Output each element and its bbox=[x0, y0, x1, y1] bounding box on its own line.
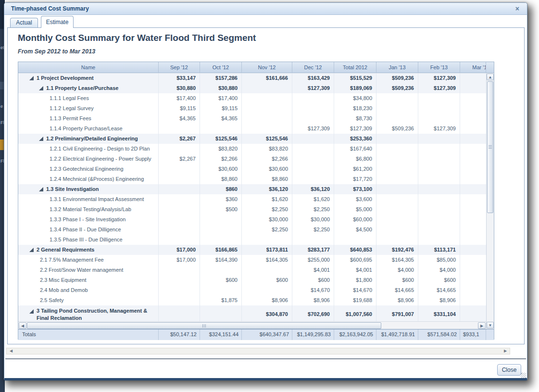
cell-value: $18,230 bbox=[334, 103, 376, 114]
grid-horizontal-scrollbar[interactable]: ◀ ▶ bbox=[18, 321, 486, 329]
cell-value bbox=[200, 305, 242, 321]
cell-value: $36,120 bbox=[292, 184, 334, 194]
tree-expand-icon[interactable] bbox=[29, 309, 34, 314]
scroll-right-button[interactable]: ▶ bbox=[478, 322, 486, 329]
table-row[interactable]: 1.3.1 Environmental Impact Assessment$36… bbox=[18, 194, 486, 204]
table-row[interactable]: 1.3.3 Phase I - Site Investigation$30,00… bbox=[18, 215, 486, 225]
cell-value bbox=[242, 285, 292, 295]
table-row[interactable]: 1.3.2 Material Testing/Analysis/Lab$500$… bbox=[18, 204, 486, 215]
table-row[interactable]: 1.1 Property Lease/Purchase$30,880$30,88… bbox=[18, 83, 486, 93]
totals-corner bbox=[486, 329, 494, 340]
row-name-label: 1 Project Development bbox=[37, 73, 94, 83]
table-row[interactable]: 1 Project Development$33,147$157,286$161… bbox=[18, 73, 486, 83]
cell-value bbox=[292, 164, 334, 174]
cell-value bbox=[460, 225, 486, 235]
cell-value: $9,115 bbox=[159, 103, 200, 114]
column-header[interactable]: Jan '13 bbox=[376, 62, 418, 73]
cell-name: 1.1 Property Lease/Purchase bbox=[18, 83, 159, 93]
cell-value bbox=[418, 194, 460, 204]
close-button[interactable]: Close bbox=[497, 364, 521, 376]
table-row[interactable]: 1.1.1 Legal Fees$17,400$17,400$34,800 bbox=[18, 93, 486, 103]
cell-value: $125,546 bbox=[200, 134, 242, 144]
table-row[interactable]: 1.2.1 Civil Engineering - Design to 2D P… bbox=[18, 144, 486, 154]
cell-value bbox=[292, 174, 334, 184]
table-row[interactable]: 2 General Requirments$17,000$166,865$173… bbox=[18, 245, 486, 255]
tree-expand-icon[interactable] bbox=[39, 187, 43, 191]
cell-value: $1,620 bbox=[292, 194, 334, 204]
tree-expand-icon[interactable] bbox=[29, 76, 34, 80]
table-row[interactable]: 1.3 Site Investigation$860$36,120$36,120… bbox=[18, 184, 486, 194]
cell-value bbox=[418, 114, 460, 124]
table-row[interactable]: 1.1.2 Legal Survey$9,115$9,115$18,230 bbox=[18, 103, 486, 114]
scroll-right-button[interactable]: ▶ bbox=[502, 348, 509, 354]
cell-value: $167,640 bbox=[334, 144, 376, 154]
column-header-label: Oct '12 bbox=[200, 62, 241, 73]
cell-value bbox=[159, 204, 200, 215]
table-row[interactable]: 2.5 Safety$1,875$8,906$8,906$19,688$8,90… bbox=[18, 295, 486, 305]
column-header[interactable]: Dec '12 bbox=[292, 62, 334, 73]
dialog-close-icon[interactable]: × bbox=[515, 5, 519, 13]
resize-grip[interactable] bbox=[521, 373, 526, 378]
column-header[interactable]: Mar '13 bbox=[460, 62, 486, 73]
grid-vertical-scrollbar[interactable]: ▲ ▼ bbox=[486, 73, 494, 329]
table-row[interactable]: 1.2 Preliminary/Detailed Engineering$2,2… bbox=[18, 134, 486, 144]
scroll-grip bbox=[489, 145, 492, 149]
scroll-left-button[interactable]: ◀ bbox=[19, 322, 26, 329]
background-text-fragment: e bbox=[0, 104, 3, 109]
scroll-left-button[interactable]: ◀ bbox=[8, 348, 14, 354]
column-header[interactable]: Nov '12 bbox=[242, 62, 292, 73]
row-name-label: 2 General Requirments bbox=[37, 245, 94, 255]
cell-value bbox=[159, 295, 200, 305]
scroll-down-button[interactable]: ▼ bbox=[487, 322, 494, 329]
tree-expand-icon[interactable] bbox=[39, 137, 43, 141]
cell-value: $4,500 bbox=[334, 225, 376, 235]
cell-value bbox=[159, 124, 200, 134]
table-row[interactable]: 1.1.4 Property Purchase/Lease$127,309$12… bbox=[18, 124, 486, 134]
cell-value bbox=[159, 275, 200, 285]
cell-value bbox=[460, 255, 486, 265]
cell-value bbox=[460, 265, 486, 275]
row-name-label: 1.2.4 Mechnical (&Process) Engineering bbox=[50, 174, 144, 184]
cell-value bbox=[159, 184, 200, 194]
dialog-horizontal-scrollbar[interactable]: ◀ ▶ bbox=[6, 348, 510, 354]
table-row[interactable]: 1.3.5 Phase III - Due Dilligence bbox=[18, 235, 486, 245]
table-row[interactable]: 2.2 Frost/Snow Water management$4,001$4,… bbox=[18, 265, 486, 275]
cell-value: $127,309 bbox=[334, 124, 376, 134]
table-row[interactable]: 3 Tailing Pond Construction, Management … bbox=[18, 305, 486, 321]
table-row[interactable]: 1.2.2 Electrical Engineering - Power Sup… bbox=[18, 154, 486, 164]
cell-value bbox=[376, 194, 418, 204]
table-row[interactable]: 2.3 Misc Equipment$600$600$600$1,800$600… bbox=[18, 275, 486, 285]
cell-value: $164,305 bbox=[376, 255, 418, 265]
cell-value: $4,365 bbox=[159, 114, 200, 124]
horizontal-scroll-thumb[interactable] bbox=[27, 322, 381, 329]
tab-estimate[interactable]: Estimate bbox=[41, 16, 74, 28]
column-header[interactable]: Feb '13 bbox=[418, 62, 460, 73]
tree-expand-icon[interactable] bbox=[39, 86, 43, 90]
cell-value bbox=[159, 235, 200, 245]
cell-value: $304,870 bbox=[242, 305, 292, 321]
column-header[interactable]: Total 2012 bbox=[334, 62, 376, 73]
column-header[interactable]: Name bbox=[18, 62, 159, 73]
tab-actual[interactable]: Actual bbox=[10, 18, 38, 27]
column-header[interactable]: Oct '12 bbox=[200, 62, 242, 73]
table-row[interactable]: 2.1 7.5% Management Fee$17,000$164,390$1… bbox=[18, 255, 486, 265]
cell-value bbox=[460, 245, 486, 255]
tree-expand-icon[interactable] bbox=[29, 248, 34, 252]
cell-name: 1.2.4 Mechnical (&Process) Engineering bbox=[18, 174, 159, 184]
cell-value bbox=[418, 154, 460, 164]
cell-value bbox=[292, 154, 334, 164]
dialog-titlebar[interactable]: Time-phased Cost Summary × bbox=[4, 3, 527, 15]
vertical-scroll-thumb[interactable] bbox=[487, 81, 493, 213]
table-row[interactable]: 1.2.4 Mechnical (&Process) Engineering$8… bbox=[18, 174, 486, 184]
table-row[interactable]: 1.3.4 Phase II - Due Dilligence$2,250$2,… bbox=[18, 225, 486, 235]
cell-value bbox=[418, 235, 460, 245]
table-row[interactable]: 2.4 Mob and Demob$14,670$14,670$14,665$1… bbox=[18, 285, 486, 295]
cell-value: $30,600 bbox=[200, 164, 242, 174]
table-row[interactable]: 1.2.3 Geotechnical Engineering$30,600$30… bbox=[18, 164, 486, 174]
column-header[interactable]: Sep '12 bbox=[159, 62, 200, 73]
table-row[interactable]: 1.1.3 Permit Fees$4,365$4,365$8,730 bbox=[18, 114, 486, 124]
cell-value bbox=[376, 204, 418, 215]
cell-value bbox=[418, 215, 460, 225]
row-name-label: 2.3 Misc Equipment bbox=[40, 275, 87, 285]
scroll-up-button[interactable]: ▲ bbox=[487, 74, 494, 80]
